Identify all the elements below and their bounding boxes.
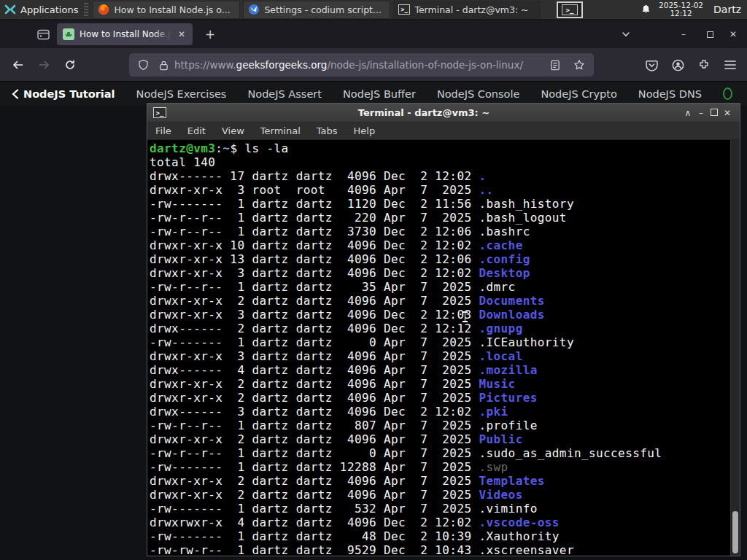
subnav-item[interactable]: NodeJS Exercises <box>136 88 227 100</box>
list-all-tabs-icon[interactable] <box>617 26 635 42</box>
taskbar-window-firefox[interactable]: How to Install Node.js o... <box>93 1 240 19</box>
panel-separator <box>84 3 88 16</box>
terminal-close-button[interactable]: ✕ <box>721 108 734 118</box>
subnav-item[interactable]: NodeJS DNS <box>638 88 702 100</box>
lock-icon[interactable] <box>159 60 169 71</box>
taskbar-window-title: Terminal - dartz@vm3: ~ <box>414 4 528 15</box>
firefox-view-button[interactable] <box>34 26 53 42</box>
file-name: Templates <box>479 474 544 488</box>
window-maximize-button[interactable] <box>701 26 719 43</box>
menu-help[interactable]: Help <box>346 125 384 136</box>
reader-mode-icon[interactable] <box>546 56 564 74</box>
file-name: .profile <box>479 419 537 432</box>
terminal-line: -rw-r--r-- 1 dartz dartz 220 Apr 7 2025 … <box>150 211 728 225</box>
subnav-item-active[interactable]: NodeJS Tutorial <box>12 88 115 100</box>
menu-terminal[interactable]: Terminal <box>252 125 309 136</box>
subnav-item[interactable]: NodeJS Console <box>437 88 520 100</box>
forward-button[interactable] <box>35 56 53 74</box>
geeksforgeeks-favicon <box>63 28 74 40</box>
hamburger-menu-icon[interactable] <box>721 56 739 74</box>
browser-tab[interactable]: How to Install Node.js on ✕ <box>57 23 193 45</box>
system-tray: 2025-12-02 12:12 Dartz <box>640 1 747 18</box>
terminal-title: Terminal - dartz@vm3: ~ <box>166 107 681 118</box>
terminal-content[interactable]: dartz@vm3:~$ ls -la total 140 drwx------… <box>147 140 740 556</box>
prompt-path: ~ <box>222 141 230 155</box>
terminal-minimize-button[interactable]: – <box>694 108 708 118</box>
taskbar-window-title: Settings - codium script... <box>264 4 381 15</box>
window-close-button[interactable]: ✕ <box>724 26 742 43</box>
menu-view[interactable]: View <box>214 125 252 136</box>
file-name: Videos <box>479 488 522 502</box>
chevron-left-icon <box>12 89 19 99</box>
terminal-shade-button[interactable]: ∧ <box>681 108 694 118</box>
extensions-puzzle-icon[interactable] <box>695 56 713 74</box>
terminal-line: -rw-r--r-- 1 dartz dartz 807 Apr 7 2025 … <box>150 419 728 432</box>
terminal-line: drwx------ 3 dartz dartz 4096 Dec 2 12:0… <box>150 405 728 419</box>
url-prefix: https://www. <box>174 59 236 71</box>
file-name: .mozilla <box>479 363 537 377</box>
terminal-line: drwxr-xr-x 3 dartz dartz 4096 Apr 7 2025… <box>150 349 728 363</box>
terminal-listing: drwx------ 17 dartz dartz 4096 Dec 2 12:… <box>150 169 728 556</box>
terminal-line: drwxrwxr-x 4 dartz dartz 4096 Dec 2 12:0… <box>150 516 728 529</box>
taskbar-window-codium[interactable]: Settings - codium script... <box>243 1 390 19</box>
user-label: Dartz <box>711 4 741 15</box>
firefox-toolbar: https://www.geeksforgeeks.org/node-js/in… <box>0 48 747 82</box>
window-minimize-button[interactable]: – <box>675 26 692 43</box>
firefox-icon <box>98 4 109 15</box>
terminal-line: -rw-r--r-- 1 dartz dartz 35 Apr 7 2025 .… <box>150 280 728 294</box>
focused-app-indicator[interactable]: >_ <box>557 1 583 18</box>
taskbar-window-terminal[interactable]: >_ Terminal - dartz@vm3: ~ <box>393 1 541 19</box>
terminal-line: drwxr-xr-x 2 dartz dartz 4096 Apr 7 2025… <box>150 391 728 405</box>
reload-button[interactable] <box>61 56 79 74</box>
search-icon[interactable] <box>723 88 732 100</box>
pocket-icon[interactable] <box>643 56 660 74</box>
file-name: Desktop <box>479 266 530 280</box>
subnav-item[interactable]: NodeJS Assert <box>247 88 322 100</box>
file-name: Downloads <box>479 308 544 322</box>
tracking-shield-icon[interactable] <box>138 59 149 71</box>
menu-tabs[interactable]: Tabs <box>309 125 346 136</box>
prompt-command: $ ls -la <box>230 141 288 155</box>
file-name: Music <box>479 377 515 391</box>
new-tab-button[interactable]: + <box>201 26 219 42</box>
terminal-icon: >_ <box>398 4 410 15</box>
notification-bell-icon[interactable] <box>640 4 651 15</box>
terminal-line: drwxr-xr-x 2 dartz dartz 4096 Apr 7 2025… <box>150 432 728 446</box>
subnav-items: NodeJS ExercisesNodeJS AssertNodeJS Buff… <box>115 88 702 100</box>
tab-close-icon[interactable]: ✕ <box>177 28 187 40</box>
account-icon[interactable] <box>669 56 686 74</box>
file-name: .bashrc <box>479 225 530 238</box>
bookmark-star-icon[interactable] <box>570 56 588 74</box>
menu-file[interactable]: File <box>147 125 179 136</box>
terminal-line: drwxr-xr-x 10 dartz dartz 4096 Dec 2 12:… <box>150 238 728 252</box>
file-name: Public <box>479 432 522 446</box>
terminal-total-line: total 140 <box>150 155 728 169</box>
file-name: .ICEauthority <box>479 335 573 349</box>
terminal-maximize-button[interactable] <box>708 108 721 118</box>
file-name: .cache <box>479 238 522 252</box>
file-name: .xscreensaver <box>479 543 573 556</box>
back-button[interactable] <box>9 56 26 74</box>
subnav-item[interactable]: NodeJS Buffer <box>343 88 416 100</box>
subnav-item[interactable]: NodeJS Crypto <box>541 88 616 100</box>
applications-menu-label: Applications <box>20 4 78 15</box>
url-path: /node-js/installation-of-node-js-on-linu… <box>327 59 523 71</box>
menu-edit[interactable]: Edit <box>179 125 214 136</box>
taskbar-window-title: How to Install Node.js o... <box>114 4 230 15</box>
file-name: .. <box>479 183 493 197</box>
terminal-scrollbar-thumb[interactable] <box>732 511 738 553</box>
file-name: .pki <box>479 405 508 419</box>
applications-menu-button[interactable]: Applications <box>0 0 84 20</box>
terminal-scrollbar[interactable] <box>730 140 740 556</box>
url-bar[interactable]: https://www.geeksforgeeks.org/node-js/in… <box>129 53 594 77</box>
subnav-label: NodeJS Tutorial <box>23 88 115 100</box>
clock-time: 12:12 <box>659 9 703 18</box>
url-domain: geeksforgeeks.org <box>236 59 328 71</box>
file-name: Pictures <box>479 391 537 405</box>
terminal-line: drwxr-xr-x 3 dartz dartz 4096 Dec 2 12:0… <box>150 266 728 280</box>
file-name: .config <box>479 252 530 266</box>
terminal-line: -rw------- 1 dartz dartz 48 Dec 2 10:39 … <box>150 529 728 543</box>
clock[interactable]: 2025-12-02 12:12 <box>659 1 703 18</box>
terminal-titlebar[interactable]: >_ Terminal - dartz@vm3: ~ ∧ – ✕ <box>147 104 740 122</box>
file-name: .swp <box>479 460 508 474</box>
